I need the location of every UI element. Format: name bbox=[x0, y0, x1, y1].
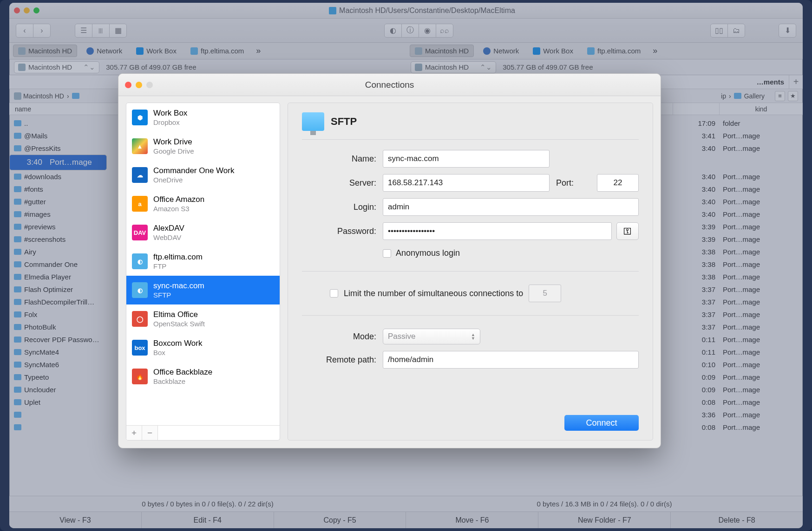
dual-pane-button[interactable]: ▯▯ bbox=[710, 24, 728, 38]
swift-icon: ◯ bbox=[132, 311, 148, 327]
location-tab[interactable]: Work Box bbox=[528, 45, 578, 57]
connection-form: SFTP Name: Server: Port: Login: Password… bbox=[288, 103, 653, 440]
name-label: Name: bbox=[302, 154, 376, 164]
location-tab[interactable]: Network bbox=[478, 45, 524, 57]
location-tab[interactable]: Work Box bbox=[131, 45, 181, 57]
zoom-icon[interactable] bbox=[33, 7, 39, 13]
hd-icon bbox=[415, 47, 422, 55]
list-item[interactable]: #documents3:40Port…mage bbox=[9, 155, 107, 170]
list-mode-icon[interactable]: ≡ bbox=[775, 91, 785, 101]
folder-icon bbox=[14, 224, 21, 230]
sftp-icon: ◐ bbox=[132, 282, 148, 298]
download-button[interactable]: ⬇ bbox=[779, 24, 796, 38]
close-icon[interactable] bbox=[14, 7, 20, 13]
connection-item[interactable]: ☁Commander One WorkOneDrive bbox=[126, 161, 280, 189]
limit-checkbox[interactable] bbox=[330, 289, 338, 298]
folder-icon bbox=[14, 286, 21, 292]
tab-overflow-icon[interactable]: » bbox=[650, 46, 660, 56]
column-kind[interactable]: kind bbox=[719, 103, 803, 115]
folder-icon bbox=[14, 274, 21, 280]
anonymous-checkbox[interactable] bbox=[383, 249, 391, 258]
location-tab[interactable]: Macintosh HD bbox=[410, 45, 474, 57]
connection-item[interactable]: boxBoxcom WorkBox bbox=[126, 333, 280, 362]
connection-item[interactable]: ⬢Work BoxDropbox bbox=[126, 103, 280, 132]
folder-icon bbox=[14, 145, 21, 151]
titlebar: Macintosh HD/Users/Constantine/Desktop/M… bbox=[9, 3, 803, 19]
modal-titlebar: Connections bbox=[118, 74, 661, 96]
add-connection-button[interactable]: + bbox=[126, 426, 142, 440]
toggle-hidden-button[interactable]: ◐ bbox=[384, 24, 402, 38]
login-label: Login: bbox=[302, 202, 376, 212]
connection-item[interactable]: ▲Work DriveGoogle Drive bbox=[126, 132, 280, 161]
fn-button[interactable]: Copy - F5 bbox=[274, 512, 406, 528]
connection-item[interactable]: DAVAlexDAVWebDAV bbox=[126, 218, 280, 247]
view-icons-button[interactable]: ▦ bbox=[109, 24, 127, 38]
volume-select-left[interactable]: Macintosh HD⌃⌄ bbox=[14, 61, 99, 73]
minimize-icon[interactable] bbox=[136, 82, 142, 88]
close-icon[interactable] bbox=[125, 82, 131, 88]
folder-icon bbox=[14, 186, 21, 192]
location-tab[interactable]: ftp.eltima.com bbox=[583, 45, 645, 57]
quicklook-button[interactable]: ◉ bbox=[419, 24, 436, 38]
volume-select-right[interactable]: Macintosh HD⌃⌄ bbox=[411, 61, 496, 73]
location-tab[interactable]: Macintosh HD bbox=[13, 45, 77, 57]
connection-item[interactable]: ◐sync-mac.comSFTP bbox=[126, 276, 280, 304]
fn-bar: View - F3Edit - F4Copy - F5Move - F6New … bbox=[9, 512, 803, 528]
status-right: 0 bytes / 16.3 MB in 0 / 24 file(s). 0 /… bbox=[406, 496, 803, 512]
bb-icon: 🔥 bbox=[132, 369, 148, 384]
connection-item[interactable]: ◯Eltima OfficeOpenStack Swift bbox=[126, 304, 280, 333]
column-time[interactable] bbox=[673, 103, 719, 115]
folder-icon bbox=[14, 236, 21, 242]
path-info: Macintosh HD⌃⌄ 305.77 GB of 499.07 GB fr… bbox=[9, 59, 803, 75]
find-button[interactable]: ⌕⌕ bbox=[436, 24, 453, 38]
box-icon: box bbox=[132, 340, 148, 356]
server-field[interactable] bbox=[383, 174, 550, 192]
fn-button[interactable]: New Folder - F7 bbox=[538, 512, 671, 528]
queue-button[interactable]: 🗂 bbox=[727, 24, 745, 38]
mode-label: Mode: bbox=[302, 332, 376, 342]
name-field[interactable] bbox=[383, 150, 550, 168]
fn-button[interactable]: View - F3 bbox=[9, 512, 142, 528]
connection-item[interactable]: aOffice AmazonAmazon S3 bbox=[126, 189, 280, 218]
dropbox-icon: ⬢ bbox=[132, 110, 148, 125]
fn-button[interactable]: Edit - F4 bbox=[142, 512, 274, 528]
tab-strip: Macintosh HDNetworkWork Boxftp.eltima.co… bbox=[9, 43, 803, 59]
key-icon[interactable]: ⚿ bbox=[616, 222, 639, 240]
sftp-icon bbox=[302, 112, 324, 131]
remote-path-field[interactable] bbox=[383, 351, 639, 369]
connection-item[interactable]: 🔥Office BackblazeBackblaze bbox=[126, 362, 280, 391]
folder-icon bbox=[14, 174, 21, 180]
folder-icon bbox=[14, 337, 21, 343]
server-label: Server: bbox=[302, 178, 376, 188]
location-tab[interactable]: Network bbox=[82, 45, 127, 57]
password-field[interactable] bbox=[383, 222, 612, 240]
port-field[interactable] bbox=[597, 174, 639, 192]
view-columns-button[interactable]: ⫼ bbox=[92, 24, 110, 38]
connection-item[interactable]: ◐ftp.eltima.comFTP bbox=[126, 247, 280, 276]
tab-overflow-icon[interactable]: » bbox=[253, 46, 263, 56]
folder-icon bbox=[14, 399, 21, 405]
login-field[interactable] bbox=[383, 198, 639, 216]
limit-field[interactable] bbox=[529, 285, 561, 302]
folder-icon bbox=[14, 211, 21, 217]
info-button[interactable]: ⓘ bbox=[401, 24, 419, 38]
ftp-icon bbox=[587, 47, 595, 55]
mode-select[interactable]: Passive ▲▼ bbox=[383, 329, 480, 344]
nav-back-button[interactable]: ‹ bbox=[16, 24, 33, 38]
gdrive-icon: ▲ bbox=[132, 138, 148, 154]
fn-button[interactable]: Delete - F8 bbox=[671, 512, 803, 528]
location-tab[interactable]: ftp.eltima.com bbox=[186, 45, 249, 57]
remove-connection-button[interactable]: − bbox=[142, 426, 158, 440]
ftp-icon: ◐ bbox=[132, 253, 148, 269]
hd-icon bbox=[329, 7, 336, 14]
star-icon[interactable]: ★ bbox=[788, 91, 798, 101]
view-list-button[interactable]: ☰ bbox=[75, 24, 92, 38]
add-tab-icon[interactable]: + bbox=[789, 75, 803, 89]
fn-button[interactable]: Move - F6 bbox=[406, 512, 538, 528]
window-title: Macintosh HD/Users/Constantine/Desktop/M… bbox=[46, 6, 798, 15]
connect-button[interactable]: Connect bbox=[564, 415, 639, 431]
folder-icon bbox=[72, 93, 79, 99]
nav-forward-button[interactable]: › bbox=[33, 24, 51, 38]
minimize-icon[interactable] bbox=[24, 7, 30, 13]
folder-icon bbox=[14, 362, 21, 368]
